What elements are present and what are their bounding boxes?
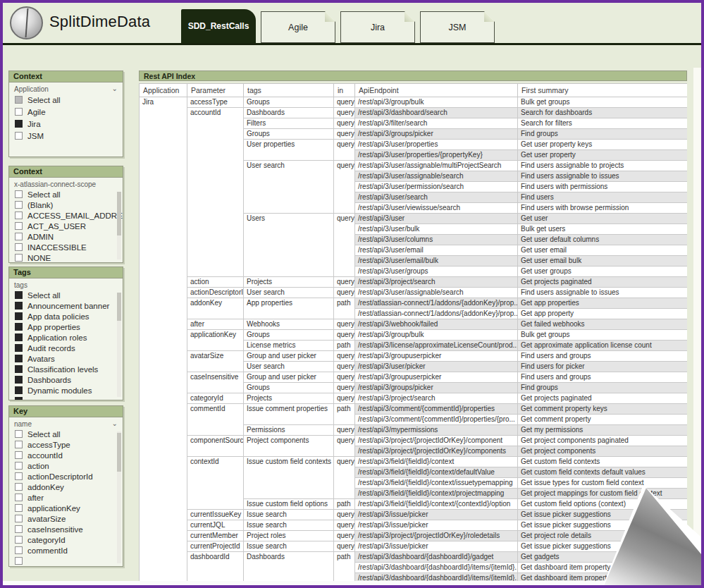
- slicer-item[interactable]: after: [9, 492, 123, 503]
- column-header[interactable]: ApiEndpoint: [355, 84, 518, 97]
- slicer-item[interactable]: applicationKey: [9, 503, 123, 513]
- checkbox-icon[interactable]: [15, 233, 23, 240]
- slicer-item[interactable]: NONE: [9, 252, 123, 263]
- checkbox-icon[interactable]: [15, 365, 23, 373]
- checkbox-icon[interactable]: [15, 515, 23, 522]
- checkbox-icon[interactable]: [15, 243, 23, 251]
- tab-label: JSM: [449, 23, 467, 32]
- slicer-item-label: Select all: [27, 430, 61, 439]
- slicer-item[interactable]: Select all: [9, 94, 123, 106]
- checkbox-icon[interactable]: [15, 504, 23, 512]
- slicer-item[interactable]: Application roles: [9, 332, 123, 343]
- checkbox-icon[interactable]: [15, 462, 23, 470]
- slicer-item[interactable]: accessType: [9, 439, 123, 450]
- slicer-item[interactable]: Jira: [9, 118, 123, 130]
- slicer-item[interactable]: ACCESS_EMAIL_ADDRESSES: [9, 210, 123, 221]
- tab-jira[interactable]: Jira: [340, 11, 415, 43]
- checkbox-icon[interactable]: [15, 472, 23, 480]
- checkbox-icon[interactable]: [15, 557, 23, 565]
- checkbox-icon[interactable]: [15, 451, 23, 459]
- checkbox-icon[interactable]: [15, 430, 23, 438]
- slicer-item[interactable]: Classification levels: [9, 364, 123, 374]
- slicer-item[interactable]: App properties: [9, 321, 123, 332]
- slicer-item[interactable]: ACT_AS_USER: [9, 221, 123, 231]
- checkbox-icon[interactable]: [15, 190, 23, 198]
- slicer-item[interactable]: caseInsensitive: [9, 524, 123, 534]
- slicer-item[interactable]: Select all: [9, 290, 123, 300]
- checkbox-icon[interactable]: [15, 212, 23, 219]
- slicer-item[interactable]: ADMIN: [9, 231, 123, 242]
- checkbox-icon[interactable]: [15, 222, 23, 230]
- slicer-item[interactable]: actionDescriptorId: [9, 471, 123, 482]
- slicer-item[interactable]: Select all: [9, 189, 123, 200]
- checkbox-icon[interactable]: [15, 312, 23, 320]
- cell-in: path: [334, 341, 355, 351]
- tab-sdd-restcalls[interactable]: SDD_RestCalls: [181, 9, 256, 43]
- slicer-item[interactable]: addonKey: [9, 482, 123, 492]
- slicer-item[interactable]: [9, 556, 123, 566]
- slicer-item[interactable]: Select all: [9, 429, 123, 439]
- slicer-item[interactable]: action: [9, 460, 123, 471]
- checkbox-icon[interactable]: [15, 291, 23, 299]
- cell-tags: Users: [244, 214, 334, 277]
- checkbox-icon[interactable]: [15, 397, 23, 400]
- slicer-field-row[interactable]: tags: [9, 278, 123, 290]
- scrollbar-thumb[interactable]: [117, 192, 121, 235]
- chevron-down-icon[interactable]: ⌄: [112, 422, 118, 426]
- column-header[interactable]: First summary: [518, 84, 688, 97]
- checkbox-icon[interactable]: [15, 536, 23, 544]
- scrollbar[interactable]: [117, 431, 121, 563]
- slicer-item[interactable]: Announcement banner: [9, 300, 123, 311]
- slicer-item[interactable]: (Blank): [9, 200, 123, 210]
- slicer-field-row[interactable]: x-atlassian-connect-scope: [9, 178, 123, 189]
- checkbox-icon[interactable]: [15, 441, 23, 448]
- slicer-item[interactable]: App data policies: [9, 311, 123, 321]
- page-curl[interactable]: [601, 485, 701, 585]
- slicer-item-label: ACT_AS_USER: [27, 222, 86, 231]
- checkbox-icon[interactable]: [15, 254, 23, 262]
- column-header[interactable]: Application: [140, 84, 187, 97]
- checkbox-icon[interactable]: [15, 386, 23, 394]
- checkbox-icon[interactable]: [15, 355, 23, 362]
- slicer-item[interactable]: categoryId: [9, 534, 123, 545]
- checkbox-icon[interactable]: [15, 344, 23, 352]
- chevron-down-icon[interactable]: ⌄: [112, 87, 118, 91]
- checkbox-icon[interactable]: [15, 132, 23, 140]
- checkbox-icon[interactable]: [15, 483, 23, 491]
- checkbox-icon[interactable]: [15, 96, 23, 104]
- slicer-item[interactable]: JSM: [9, 130, 123, 142]
- slicer-item[interactable]: avatarSize: [9, 513, 123, 524]
- slicer-item[interactable]: Avatars: [9, 353, 123, 364]
- checkbox-icon[interactable]: [15, 546, 23, 554]
- slicer-field-row[interactable]: Application ⌄: [9, 82, 123, 94]
- checkbox-icon[interactable]: [15, 323, 23, 331]
- slicer-item[interactable]: commentId: [9, 545, 123, 556]
- slicer-item[interactable]: Audit records: [9, 343, 123, 353]
- slicer-item[interactable]: INACCESSIBLE: [9, 242, 123, 252]
- slicer-item[interactable]: Agile: [9, 106, 123, 118]
- tab-agile[interactable]: Agile: [261, 11, 335, 43]
- slicer-item[interactable]: Dynamic modules: [9, 385, 123, 396]
- column-header[interactable]: in: [334, 84, 355, 97]
- scrollbar[interactable]: [117, 293, 121, 397]
- checkbox-icon[interactable]: [15, 201, 23, 209]
- checkbox-icon[interactable]: [15, 333, 23, 341]
- slicer-item[interactable]: Dashboards: [9, 374, 123, 385]
- checkbox-icon[interactable]: [15, 302, 23, 310]
- tab-jsm[interactable]: JSM: [420, 11, 495, 43]
- checkbox-icon[interactable]: [15, 108, 23, 116]
- checkbox-icon[interactable]: [15, 120, 23, 128]
- slicer-item[interactable]: [9, 396, 123, 400]
- checkbox-icon[interactable]: [15, 376, 23, 384]
- slicer-item[interactable]: accountId: [9, 450, 123, 460]
- scrollbar-thumb[interactable]: [117, 433, 121, 472]
- scrollbar-thumb[interactable]: [117, 293, 121, 321]
- cell-first-summary: Get user email: [518, 245, 688, 256]
- checkbox-icon[interactable]: [15, 494, 23, 501]
- slicer-field-row[interactable]: name ⌄: [9, 417, 123, 429]
- column-header[interactable]: tags: [244, 84, 334, 97]
- slicer-title: Tags: [9, 267, 123, 278]
- column-header[interactable]: Parameter: [187, 84, 244, 97]
- checkbox-icon[interactable]: [15, 525, 23, 533]
- scrollbar[interactable]: [117, 192, 121, 259]
